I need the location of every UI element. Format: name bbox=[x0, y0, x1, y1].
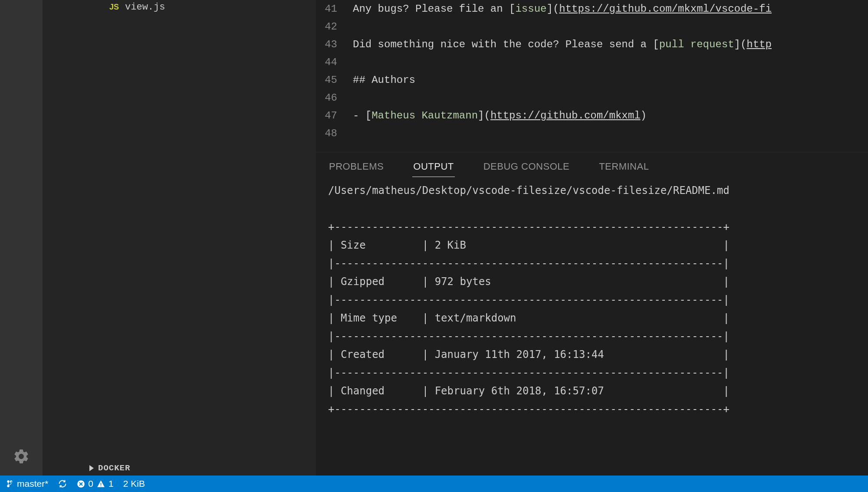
warning-icon bbox=[96, 480, 105, 488]
code-line[interactable]: Did something nice with the code? Please… bbox=[353, 36, 868, 53]
warning-count: 1 bbox=[108, 479, 114, 489]
output-content[interactable]: /Users/matheus/Desktop/vscode-filesize/v… bbox=[316, 177, 868, 476]
tab-problems[interactable]: PROBLEMS bbox=[328, 157, 385, 177]
status-sync[interactable] bbox=[58, 479, 67, 489]
js-file-icon: JS bbox=[109, 3, 119, 12]
code-line[interactable]: - [Matheus Kautzmann](https://github.com… bbox=[353, 107, 868, 125]
error-icon bbox=[77, 480, 85, 488]
code-content[interactable]: Any bugs? Please file an [issue](https:/… bbox=[353, 0, 868, 152]
file-item-view-js[interactable]: JS view.js bbox=[43, 0, 316, 14]
line-number: 45 bbox=[316, 71, 337, 89]
svg-rect-1 bbox=[101, 483, 102, 485]
filesize-value: 2 KiB bbox=[123, 479, 145, 489]
section-label: DOCKER bbox=[98, 463, 130, 473]
code-line[interactable] bbox=[353, 18, 868, 36]
settings-gear-icon[interactable] bbox=[13, 448, 30, 465]
bottom-panel: PROBLEMS OUTPUT DEBUG CONSOLE TERMINAL /… bbox=[316, 152, 868, 476]
sidebar: JS view.js DOCKER bbox=[43, 0, 316, 476]
status-git-branch[interactable]: master* bbox=[6, 479, 48, 489]
code-line[interactable] bbox=[353, 53, 868, 71]
error-count: 0 bbox=[88, 479, 93, 489]
svg-rect-2 bbox=[101, 485, 102, 486]
editor[interactable]: 4142434445464748 Any bugs? Please file a… bbox=[316, 0, 868, 152]
sidebar-section-docker[interactable]: DOCKER bbox=[43, 461, 316, 476]
code-line[interactable] bbox=[353, 89, 868, 107]
line-number: 47 bbox=[316, 107, 337, 125]
code-line[interactable] bbox=[353, 125, 868, 142]
line-number: 43 bbox=[316, 36, 337, 53]
main-area: JS view.js DOCKER 4142434445464748 Any b… bbox=[0, 0, 868, 476]
status-filesize[interactable]: 2 KiB bbox=[123, 479, 145, 489]
code-line[interactable]: Any bugs? Please file an [issue](https:/… bbox=[353, 0, 868, 18]
tab-terminal[interactable]: TERMINAL bbox=[598, 157, 650, 177]
tab-debug-console[interactable]: DEBUG CONSOLE bbox=[483, 157, 570, 177]
line-number: 48 bbox=[316, 125, 337, 142]
tab-output[interactable]: OUTPUT bbox=[412, 157, 454, 177]
file-label: view.js bbox=[125, 2, 165, 13]
sync-icon bbox=[58, 479, 67, 489]
line-number: 42 bbox=[316, 18, 337, 36]
panel-tabs: PROBLEMS OUTPUT DEBUG CONSOLE TERMINAL bbox=[316, 152, 868, 177]
editor-panel-area: 4142434445464748 Any bugs? Please file a… bbox=[316, 0, 868, 476]
line-number: 44 bbox=[316, 53, 337, 71]
status-bar: master* 0 1 2 KiB bbox=[0, 476, 868, 492]
code-line[interactable]: ## Authors bbox=[353, 71, 868, 89]
git-branch-icon bbox=[6, 479, 14, 489]
explorer-tree: JS view.js bbox=[43, 0, 316, 461]
chevron-right-icon bbox=[89, 465, 94, 471]
line-number: 41 bbox=[316, 0, 337, 18]
line-number-gutter: 4142434445464748 bbox=[316, 0, 353, 152]
line-number: 46 bbox=[316, 89, 337, 107]
status-problems[interactable]: 0 1 bbox=[77, 479, 113, 489]
branch-name: master* bbox=[17, 479, 48, 489]
activity-bar bbox=[0, 0, 43, 476]
